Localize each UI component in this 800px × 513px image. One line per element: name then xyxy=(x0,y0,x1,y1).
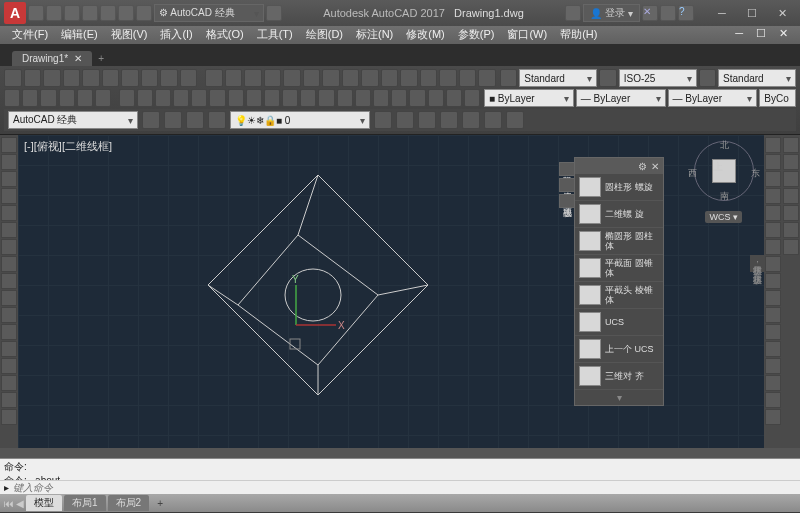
palette-item[interactable]: 圆柱形 螺旋 xyxy=(575,174,663,201)
scrollbar-horizontal[interactable] xyxy=(0,448,800,458)
viewcube-top[interactable]: 上 xyxy=(712,159,736,183)
tool-btn[interactable] xyxy=(82,69,100,87)
tool-btn[interactable] xyxy=(462,111,480,129)
tool-btn[interactable] xyxy=(282,89,298,107)
login-button[interactable]: 👤 登录 ▾ xyxy=(583,4,640,22)
tool-btn[interactable] xyxy=(318,89,334,107)
tool-btn[interactable] xyxy=(59,89,75,107)
workspace-switcher[interactable]: ⚙ AutoCAD 经典▾ xyxy=(154,4,264,22)
tool-btn[interactable] xyxy=(40,89,56,107)
extend-tool[interactable] xyxy=(765,273,781,289)
tool-btn[interactable] xyxy=(4,69,22,87)
tool-btn[interactable] xyxy=(141,69,159,87)
tool-btn[interactable] xyxy=(264,89,280,107)
lineweight-dropdown[interactable]: — ByLayer▾ xyxy=(668,89,758,107)
table-tool[interactable] xyxy=(1,341,17,357)
tool-btn[interactable] xyxy=(459,69,477,87)
palette-item[interactable]: UCS xyxy=(575,309,663,336)
fillet-tool[interactable] xyxy=(765,290,781,306)
tool-btn[interactable] xyxy=(300,89,316,107)
menu-file[interactable]: 文件(F) xyxy=(6,26,54,44)
region-tool[interactable] xyxy=(1,324,17,340)
palette-item[interactable]: 上一个 UCS xyxy=(575,336,663,363)
tool-btn[interactable] xyxy=(599,69,617,87)
menu-dimension[interactable]: 标注(N) xyxy=(350,26,399,44)
maximize-button[interactable]: ☐ xyxy=(738,4,766,22)
nav-tool[interactable] xyxy=(783,205,799,221)
wcs-indicator[interactable]: WCS ▾ xyxy=(705,211,742,223)
tool-btn[interactable] xyxy=(506,111,524,129)
tool-btn[interactable] xyxy=(484,111,502,129)
menu-help[interactable]: 帮助(H) xyxy=(554,26,603,44)
layout-tab-model[interactable]: 模型 xyxy=(26,495,62,511)
dim-tool[interactable] xyxy=(1,273,17,289)
tool-btn[interactable] xyxy=(374,111,392,129)
tab-nav-prev[interactable]: ◀ xyxy=(16,498,24,509)
mtext-tool[interactable] xyxy=(1,358,17,374)
tab-nav-first[interactable]: ⏮ xyxy=(4,498,14,509)
search-icon[interactable] xyxy=(565,5,581,21)
rectangle-tool[interactable] xyxy=(1,205,17,221)
viewport-label[interactable]: [-][俯视][二维线框] xyxy=(24,139,112,154)
command-input-row[interactable]: ▸ xyxy=(0,480,800,494)
menu-view[interactable]: 视图(V) xyxy=(105,26,154,44)
line-tool[interactable] xyxy=(1,137,17,153)
copy-tool[interactable] xyxy=(765,154,781,170)
doc-minimize[interactable]: ─ xyxy=(729,26,749,44)
layout-tab-2[interactable]: 布局2 xyxy=(108,495,150,511)
tool-btn[interactable] xyxy=(119,89,135,107)
tool-btn[interactable] xyxy=(121,69,139,87)
tool-btn[interactable] xyxy=(228,89,244,107)
plotstyle-dropdown[interactable]: ByCo xyxy=(759,89,796,107)
tool-btn[interactable] xyxy=(142,111,160,129)
tool-btn[interactable] xyxy=(186,111,204,129)
point-tool[interactable] xyxy=(1,307,17,323)
layer-dropdown[interactable]: 💡☀❄🔒■ 0▾ xyxy=(230,111,370,129)
qat-more[interactable] xyxy=(266,5,282,21)
menu-draw[interactable]: 绘图(D) xyxy=(300,26,349,44)
qat-saveas[interactable] xyxy=(82,5,98,21)
palette-item[interactable]: 二维螺 旋 xyxy=(575,201,663,228)
tool-btn[interactable] xyxy=(439,69,457,87)
tool-btn[interactable] xyxy=(180,69,198,87)
tool-btn[interactable] xyxy=(464,89,480,107)
tool-btn[interactable] xyxy=(164,111,182,129)
tool-btn[interactable] xyxy=(246,89,262,107)
tool-btn[interactable] xyxy=(63,69,81,87)
arc-tool[interactable] xyxy=(1,188,17,204)
tool-btn[interactable] xyxy=(102,69,120,87)
nav-tool[interactable] xyxy=(783,171,799,187)
tool-btn[interactable] xyxy=(264,69,282,87)
qat-undo[interactable] xyxy=(118,5,134,21)
palette-item[interactable]: 三维对 齐 xyxy=(575,363,663,390)
circle-tool[interactable] xyxy=(1,171,17,187)
tablestyle-dropdown[interactable]: Standard▾ xyxy=(718,69,796,87)
palette-item[interactable]: 平截面 圆锥体 xyxy=(575,255,663,282)
settings-icon[interactable]: ⚙ xyxy=(638,161,647,172)
menu-format[interactable]: 格式(O) xyxy=(200,26,250,44)
drawing-canvas[interactable]: [-][俯视][二维线框] Y X 上 北 南 西 xyxy=(18,135,764,448)
qat-open[interactable] xyxy=(46,5,62,21)
text-tool[interactable] xyxy=(1,256,17,272)
nav-tool[interactable] xyxy=(783,188,799,204)
doc-restore[interactable]: ☐ xyxy=(750,26,772,44)
qat-redo[interactable] xyxy=(136,5,152,21)
viewcube[interactable]: 上 北 南 西 东 xyxy=(694,141,754,201)
tool-btn[interactable] xyxy=(337,89,353,107)
tool-btn[interactable] xyxy=(303,69,321,87)
tool-btn[interactable] xyxy=(155,89,171,107)
dimstyle-dropdown[interactable]: ISO-25▾ xyxy=(619,69,697,87)
trim-tool[interactable] xyxy=(765,256,781,272)
color-dropdown[interactable]: ■ ByLayer▾ xyxy=(484,89,574,107)
menu-edit[interactable]: 编辑(E) xyxy=(55,26,104,44)
tool-btn[interactable] xyxy=(77,89,93,107)
qat-save[interactable] xyxy=(64,5,80,21)
rotate-tool[interactable] xyxy=(765,171,781,187)
nav-tool[interactable] xyxy=(783,222,799,238)
tool-btn[interactable] xyxy=(409,89,425,107)
doc-tab[interactable]: Drawing1*✕ xyxy=(12,51,92,66)
command-input[interactable] xyxy=(13,482,796,493)
tool-btn[interactable] xyxy=(205,69,223,87)
tool-btn[interactable] xyxy=(381,69,399,87)
workspace-dropdown[interactable]: AutoCAD 经典▾ xyxy=(8,111,138,129)
